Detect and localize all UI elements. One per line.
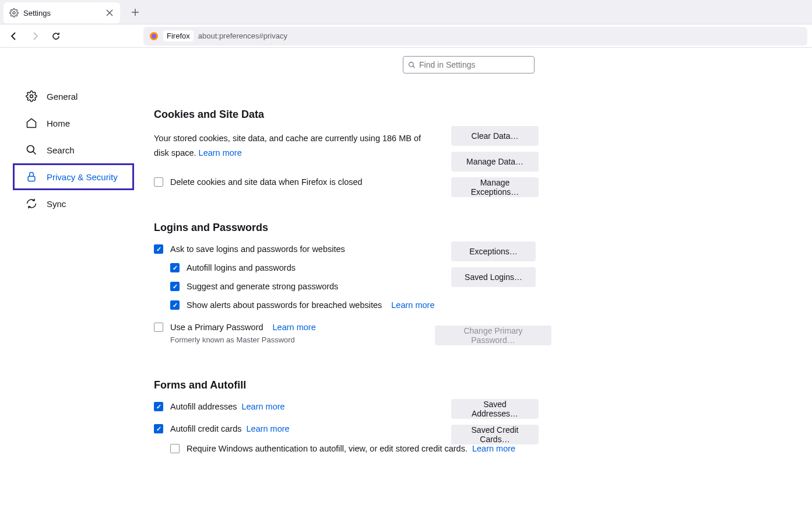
svg-point-0 [13,12,15,14]
manage-data-button[interactable]: Manage Data… [451,152,539,172]
sidebar-item-label: Privacy & Security [47,172,118,182]
checkbox-label: Suggest and generate strong passwords [187,282,338,291]
checkbox-icon[interactable] [154,424,163,433]
change-primary-password-button[interactable]: Change Primary Password… [435,326,551,345]
sidebar: General Home Search Privacy & Security S… [0,48,140,525]
learn-more-link[interactable]: Learn more [472,444,515,453]
url-bar[interactable]: Firefox about:preferences#privacy [143,27,807,46]
svg-point-2 [152,34,156,38]
section-cookies: Cookies and Site Data Your stored cookie… [154,108,539,187]
content-area: General Home Search Privacy & Security S… [0,48,812,525]
saved-logins-button[interactable]: Saved Logins… [451,267,536,287]
checkbox-icon[interactable] [154,177,163,187]
sidebar-item-home[interactable]: Home [0,110,140,136]
svg-point-4 [27,146,34,153]
firefox-icon [149,32,159,41]
tab-bar: Settings [0,0,812,24]
checkbox-label: Ask to save logins and passwords for web… [170,244,345,254]
clear-data-button[interactable]: Clear Data… [451,126,539,146]
sidebar-item-general[interactable]: General [0,83,140,110]
svg-rect-5 [28,176,35,181]
search-icon [26,144,37,156]
settings-search-input[interactable] [419,60,529,69]
nav-bar: Firefox about:preferences#privacy [0,24,812,48]
checkbox-label: Delete cookies and site data when Firefo… [170,177,363,187]
windows-auth-checkbox[interactable]: Require Windows authentication to autofi… [170,444,539,453]
gear-icon [26,90,37,102]
section-title: Forms and Autofill [154,379,539,391]
sidebar-item-sync[interactable]: Sync [0,190,140,217]
exceptions-button[interactable]: Exceptions… [451,242,536,261]
back-button[interactable] [5,27,23,46]
learn-more-link[interactable]: Learn more [391,300,434,310]
checkbox-label: Autofill logins and passwords [187,263,296,272]
settings-search[interactable] [403,56,535,74]
learn-more-link[interactable]: Learn more [247,424,290,433]
checkbox-icon[interactable] [170,263,180,272]
checkbox-label: Show alerts about passwords for breached… [187,300,382,310]
svg-point-3 [30,95,33,98]
saved-cards-button[interactable]: Saved Credit Cards… [451,425,539,444]
lock-icon [26,171,37,183]
checkbox-icon[interactable] [170,282,180,291]
search-icon [408,61,416,69]
checkbox-icon[interactable] [170,444,180,453]
checkbox-icon[interactable] [154,323,163,332]
section-title: Logins and Passwords [154,222,539,234]
forward-button[interactable] [26,27,44,46]
tab-title: Settings [23,9,105,18]
svg-point-6 [409,62,414,66]
checkbox-icon[interactable] [154,244,163,254]
sidebar-item-label: General [47,92,78,102]
sidebar-item-search[interactable]: Search [0,136,140,163]
url-text: about:preferences#privacy [198,32,287,40]
url-prefix: Firefox [163,30,194,41]
reload-button[interactable] [47,27,65,46]
sidebar-item-label: Home [47,118,70,128]
section-forms: Forms and Autofill Autofill addresses Le… [154,379,539,453]
sidebar-item-label: Search [47,145,75,155]
main-panel: Cookies and Site Data Your stored cookie… [140,48,812,525]
learn-more-link[interactable]: Learn more [199,148,242,158]
checkbox-label: Autofill credit cards [170,424,242,433]
sync-icon [26,198,37,209]
close-icon[interactable] [105,8,114,18]
sidebar-item-privacy[interactable]: Privacy & Security [13,163,134,190]
checkbox-label: Require Windows authentication to autofi… [187,444,467,453]
section-title: Cookies and Site Data [154,108,539,121]
new-tab-button[interactable] [126,3,145,22]
cookies-description: Your stored cookies, site data, and cach… [154,131,434,160]
checkbox-label: Use a Primary Password [170,323,263,332]
learn-more-link[interactable]: Learn more [273,323,316,332]
breach-alerts-checkbox[interactable]: Show alerts about passwords for breached… [170,300,539,310]
sidebar-item-label: Sync [47,199,66,209]
manage-exceptions-button[interactable]: Manage Exceptions… [451,177,539,197]
gear-icon [9,8,19,18]
saved-addresses-button[interactable]: Saved Addresses… [451,399,539,419]
home-icon [26,117,37,129]
section-logins: Logins and Passwords Ask to save logins … [154,222,539,344]
checkbox-icon[interactable] [154,402,163,411]
checkbox-icon[interactable] [170,300,180,310]
browser-tab[interactable]: Settings [3,2,120,23]
checkbox-label: Autofill addresses [170,402,237,411]
learn-more-link[interactable]: Learn more [241,402,284,411]
